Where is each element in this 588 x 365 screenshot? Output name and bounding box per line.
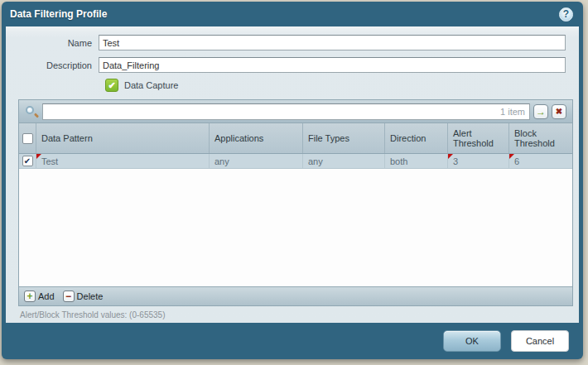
filter-field[interactable]: 1 item xyxy=(42,103,530,120)
table-row[interactable]: ✔ Test any any both 3 xyxy=(19,154,572,169)
description-row: Description xyxy=(6,57,566,73)
column-header-label: Direction xyxy=(390,133,426,143)
data-capture-row: ✔ Data Capture xyxy=(105,79,566,92)
column-header-data-pattern[interactable]: Data Pattern xyxy=(36,123,210,153)
table-empty-area xyxy=(19,169,572,286)
add-button-label: Add xyxy=(38,291,55,301)
arrow-right-icon: → xyxy=(536,107,546,117)
column-header-applications[interactable]: Applications xyxy=(210,123,303,153)
check-icon: ✔ xyxy=(108,80,115,91)
name-input[interactable] xyxy=(99,35,566,50)
select-all-checkbox[interactable] xyxy=(22,133,33,144)
cancel-button[interactable]: Cancel xyxy=(511,330,569,352)
clear-filter-button[interactable]: ✖ xyxy=(552,104,566,119)
name-label: Name xyxy=(6,38,99,48)
data-pattern-table-panel: 1 item → ✖ Data Pattern Applications xyxy=(18,99,573,306)
column-header-label: File Types xyxy=(308,133,349,143)
close-icon: ✖ xyxy=(556,108,562,116)
cell-value: any xyxy=(214,156,229,166)
help-icon[interactable]: ? xyxy=(559,7,573,22)
add-button[interactable]: + Add xyxy=(24,291,55,302)
description-input[interactable] xyxy=(99,57,566,73)
item-count: 1 item xyxy=(500,107,525,117)
column-header-alert-threshold[interactable]: Alert Threshold xyxy=(448,123,509,153)
row-checkbox[interactable]: ✔ xyxy=(22,156,33,166)
cell-file-types[interactable]: any xyxy=(303,154,385,168)
delete-button-label: Delete xyxy=(77,291,104,301)
column-header-file-types[interactable]: File Types xyxy=(303,123,385,153)
column-header-label: Block Threshold xyxy=(514,128,567,148)
column-header-label: Alert Threshold xyxy=(453,128,504,148)
delete-button[interactable]: − Delete xyxy=(63,291,104,302)
dialog-footer: OK Cancel xyxy=(2,323,583,359)
cell-value: any xyxy=(308,156,323,166)
data-capture-checkbox[interactable]: ✔ xyxy=(105,79,118,92)
cell-value: Test xyxy=(41,156,58,166)
edited-marker-icon xyxy=(509,154,514,159)
cell-direction[interactable]: both xyxy=(385,154,448,168)
check-icon: ✔ xyxy=(24,156,31,166)
search-icon xyxy=(24,104,39,119)
ok-button[interactable]: OK xyxy=(443,330,501,352)
filter-toolbar: 1 item → ✖ xyxy=(19,100,572,123)
table-header-row: Data Pattern Applications File Types Dir… xyxy=(19,123,572,154)
cell-value: 6 xyxy=(514,156,519,166)
threshold-hint: Alert/Block Threshold values: (0-65535) xyxy=(20,310,165,319)
cell-alert-threshold[interactable]: 3 xyxy=(448,154,509,168)
column-header-label: Data Pattern xyxy=(41,133,93,143)
cell-value: 3 xyxy=(453,156,458,166)
minus-icon: − xyxy=(63,291,75,302)
column-header-direction[interactable]: Direction xyxy=(385,123,448,153)
column-header-label: Applications xyxy=(214,133,263,143)
data-filtering-profile-dialog: Data Filtering Profile ? Name Descriptio… xyxy=(2,2,583,359)
dialog-content: Name Description ✔ Data Capture 1 item xyxy=(6,26,579,323)
filter-input[interactable] xyxy=(47,107,500,117)
cell-block-threshold[interactable]: 6 xyxy=(509,154,572,168)
apply-filter-button[interactable]: → xyxy=(533,104,548,119)
description-label: Description xyxy=(6,60,99,70)
dialog-title: Data Filtering Profile xyxy=(10,8,559,20)
cell-value: both xyxy=(390,156,407,166)
edited-marker-icon xyxy=(448,154,453,159)
table-toolbar: + Add − Delete xyxy=(19,286,572,305)
column-header-block-threshold[interactable]: Block Threshold xyxy=(509,123,572,153)
edited-marker-icon xyxy=(36,154,41,159)
name-row: Name xyxy=(6,35,566,50)
dialog-titlebar: Data Filtering Profile ? xyxy=(2,2,583,26)
cell-data-pattern[interactable]: Test xyxy=(36,154,210,168)
data-capture-label: Data Capture xyxy=(124,80,178,90)
select-all-cell xyxy=(19,123,36,153)
row-select-cell: ✔ xyxy=(19,154,36,168)
cell-applications[interactable]: any xyxy=(210,154,303,168)
plus-icon: + xyxy=(24,291,36,302)
